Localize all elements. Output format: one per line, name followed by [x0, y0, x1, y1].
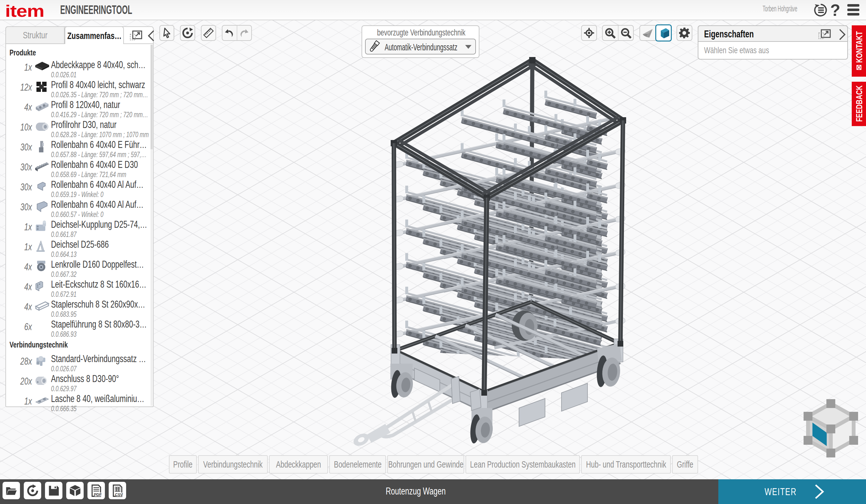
svg-text:PDF: PDF [94, 492, 102, 497]
svg-text:CSV: CSV [115, 492, 123, 497]
